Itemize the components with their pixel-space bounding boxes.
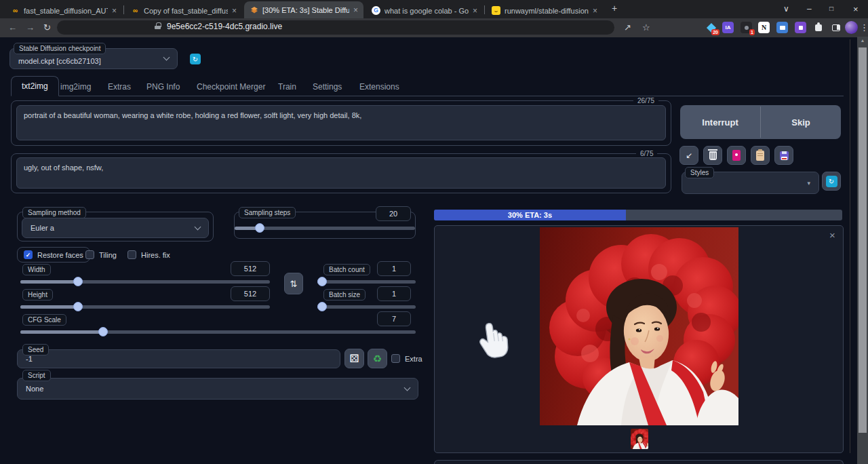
- extra-networks-button[interactable]: [727, 146, 746, 165]
- extension-icon-purple[interactable]: [795, 22, 806, 33]
- tab-title: [30% ETA: 3s] Stable Diffusion: [262, 6, 349, 14]
- tab-close-icon[interactable]: ×: [112, 6, 117, 16]
- height-value[interactable]: 512: [231, 286, 270, 301]
- page-scrollbar[interactable]: ▲: [857, 37, 868, 464]
- browser-tab-colab-2[interactable]: ∞ Copy of fast_stable_diffusion ×: [125, 3, 242, 18]
- lock-icon[interactable]: [155, 22, 161, 29]
- floppy-disk-icon: [780, 151, 789, 160]
- extension-icon-ia[interactable]: IA: [722, 22, 734, 33]
- save-style-button[interactable]: [774, 146, 793, 165]
- window-minimize-button[interactable]: –: [807, 4, 812, 14]
- extension-icon-notion[interactable]: N: [758, 22, 770, 33]
- batch-size-label: Batch size: [323, 289, 366, 301]
- tab-checkpoint-merger[interactable]: Checkpoint Merger: [197, 82, 265, 92]
- browser-tab-google-search[interactable]: G what is google colab - Google ×: [366, 3, 483, 18]
- scrollbar-up-icon[interactable]: ▲: [857, 38, 868, 43]
- batch-count-slider[interactable]: [317, 277, 416, 286]
- interrupt-button[interactable]: Interrupt: [680, 105, 760, 139]
- scrollbar-thumb[interactable]: [859, 47, 867, 433]
- tab-extensions[interactable]: Extensions: [359, 82, 399, 92]
- width-slider[interactable]: [20, 277, 270, 286]
- tab-extras[interactable]: Extras: [108, 82, 131, 92]
- gallery-close-icon[interactable]: ×: [829, 229, 835, 241]
- extension-icon-blue-diamond[interactable]: 20: [705, 22, 717, 33]
- tab-close-icon[interactable]: ×: [232, 6, 237, 16]
- forward-icon[interactable]: →: [26, 22, 35, 33]
- huggingface-icon: ᴗ: [492, 6, 500, 15]
- tab-close-icon[interactable]: ×: [353, 5, 358, 15]
- cfg-scale-value[interactable]: 7: [377, 311, 411, 326]
- tab-separator: [484, 5, 485, 14]
- apply-style-button[interactable]: [751, 146, 770, 165]
- tiling-toggle[interactable]: Tiling: [79, 247, 123, 263]
- checkbox-unchecked-icon: [127, 250, 136, 259]
- cfg-scale-slider[interactable]: [20, 327, 416, 336]
- side-panel-icon[interactable]: [830, 22, 842, 33]
- gallery-thumbnail[interactable]: [631, 429, 648, 449]
- extension-badge: 20: [711, 29, 719, 35]
- back-icon[interactable]: ←: [8, 22, 17, 33]
- new-tab-button[interactable]: +: [612, 3, 617, 14]
- bookmark-star-icon[interactable]: ☆: [642, 22, 650, 33]
- browser-tab-huggingface[interactable]: ᴗ runwayml/stable-diffusion-v1 ×: [486, 3, 603, 18]
- checkpoint-refresh-button[interactable]: ↻: [190, 54, 201, 64]
- sampling-steps-slider[interactable]: [235, 223, 415, 233]
- script-select[interactable]: None: [17, 378, 418, 400]
- tab-close-icon[interactable]: ×: [473, 6, 477, 16]
- hires-fix-toggle[interactable]: Hires. fix: [121, 247, 177, 263]
- checkbox-checked-icon: ✓: [24, 250, 33, 259]
- swap-dimensions-button[interactable]: ⇅: [284, 273, 303, 294]
- reload-icon[interactable]: ↻: [43, 22, 51, 33]
- share-icon[interactable]: ↗: [624, 22, 631, 33]
- extra-seed-toggle[interactable]: Extra: [388, 351, 426, 366]
- extensions-puzzle-icon[interactable]: [812, 22, 824, 33]
- negative-prompt-input[interactable]: ugly, out of shape, nsfw,: [16, 157, 666, 189]
- window-maximize-button[interactable]: □: [829, 5, 833, 12]
- rect-shape: [799, 26, 803, 30]
- recycle-icon: ♻: [373, 353, 382, 365]
- generated-image[interactable]: [540, 227, 738, 425]
- paste-arrow-icon: ↙: [686, 151, 692, 160]
- batch-count-value[interactable]: 1: [377, 261, 411, 276]
- sampling-method-value: Euler a: [31, 224, 54, 232]
- tab-title: what is google colab - Google: [384, 7, 469, 15]
- batch-size-value[interactable]: 1: [377, 286, 411, 301]
- url-text[interactable]: 9e5e6cc2-c519-4dc5.gradio.live: [167, 22, 282, 31]
- tab-png-info[interactable]: PNG Info: [146, 82, 180, 92]
- browser-menu-icon[interactable]: ⋮: [860, 22, 868, 33]
- extension-icon-dark[interactable]: 1: [741, 22, 752, 33]
- flower-card-icon: [732, 150, 741, 161]
- sampling-method-select[interactable]: Euler a: [22, 218, 209, 238]
- seed-label: Seed: [22, 344, 49, 355]
- batch-size-slider[interactable]: [317, 302, 416, 311]
- paste-params-button[interactable]: ↙: [679, 146, 698, 165]
- browser-tab-stable-diffusion-active[interactable]: [30% ETA: 3s] Stable Diffusion ×: [244, 1, 363, 18]
- styles-refresh-button[interactable]: ↻: [822, 172, 841, 191]
- random-seed-button[interactable]: ⚄: [344, 349, 364, 368]
- dice-icon: ⚄: [350, 352, 359, 365]
- seed-value: -1: [26, 355, 33, 363]
- height-slider[interactable]: [20, 302, 270, 311]
- tab-img2img[interactable]: img2img: [60, 82, 91, 92]
- tab-train[interactable]: Train: [278, 82, 296, 92]
- width-value[interactable]: 512: [231, 261, 270, 276]
- reuse-seed-button[interactable]: ♻: [368, 349, 387, 368]
- window-close-button[interactable]: ×: [853, 4, 859, 14]
- skip-button[interactable]: Skip: [761, 105, 841, 139]
- progress-bar-fill: 30% ETA: 3s: [434, 210, 626, 220]
- prompt-input[interactable]: portrait of a beautiful woman, wearing a…: [16, 105, 666, 140]
- seed-input[interactable]: -1: [17, 349, 340, 368]
- tab-settings[interactable]: Settings: [313, 82, 342, 92]
- batch-count-label: Batch count: [323, 264, 370, 275]
- clear-prompt-button[interactable]: [703, 146, 722, 165]
- profile-avatar[interactable]: [845, 21, 858, 34]
- tab-search-chevron-icon[interactable]: ∨: [783, 4, 789, 14]
- panel-shape: [832, 24, 840, 31]
- tab-txt2img[interactable]: txt2img: [11, 76, 59, 96]
- address-bar[interactable]: [57, 20, 614, 35]
- chevron-down-icon: [163, 54, 170, 61]
- browser-tab-colab-1[interactable]: ∞ fast_stable_diffusion_AUTOMA ×: [5, 3, 122, 18]
- tab-close-icon[interactable]: ×: [593, 6, 597, 16]
- extension-icon-blue-square[interactable]: [776, 22, 788, 33]
- sampling-steps-value[interactable]: 20: [376, 206, 411, 221]
